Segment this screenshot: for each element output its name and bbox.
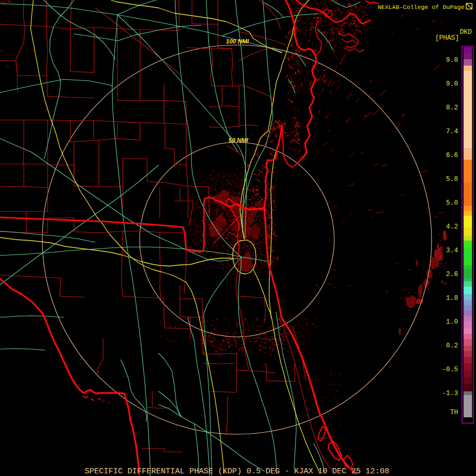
svg-text:NEXLAB-College of DuPage: NEXLAB-College of DuPage xyxy=(378,4,464,11)
svg-text:1.8: 1.8 xyxy=(446,295,458,302)
svg-text:5.0: 5.0 xyxy=(446,199,458,207)
svg-text:TH: TH xyxy=(450,409,458,416)
svg-text:DKD: DKD xyxy=(460,29,472,36)
svg-text:-0.5: -0.5 xyxy=(442,366,458,373)
svg-text:50 NMI: 50 NMI xyxy=(228,137,249,143)
svg-text:[PHAS]: [PHAS] xyxy=(435,34,459,42)
svg-text:3.4: 3.4 xyxy=(446,247,458,254)
svg-text:5.8: 5.8 xyxy=(446,176,458,183)
svg-text:9.8: 9.8 xyxy=(446,57,458,64)
svg-text:7.4: 7.4 xyxy=(446,128,458,135)
svg-text:SPECIFIC DIFFERENTIAL PHASE (K: SPECIFIC DIFFERENTIAL PHASE (KDP) 0.5 DE… xyxy=(85,467,389,476)
svg-text:0.2: 0.2 xyxy=(446,342,458,350)
svg-text:4.2: 4.2 xyxy=(446,223,458,231)
svg-text:9.0: 9.0 xyxy=(446,80,458,88)
svg-text:100 NMI: 100 NMI xyxy=(226,38,249,44)
svg-text:2.6: 2.6 xyxy=(446,271,458,278)
svg-text:-1.3: -1.3 xyxy=(442,390,458,397)
svg-text:6.6: 6.6 xyxy=(446,152,458,159)
svg-text:1.0: 1.0 xyxy=(446,318,458,326)
svg-text:8.2: 8.2 xyxy=(446,104,458,112)
